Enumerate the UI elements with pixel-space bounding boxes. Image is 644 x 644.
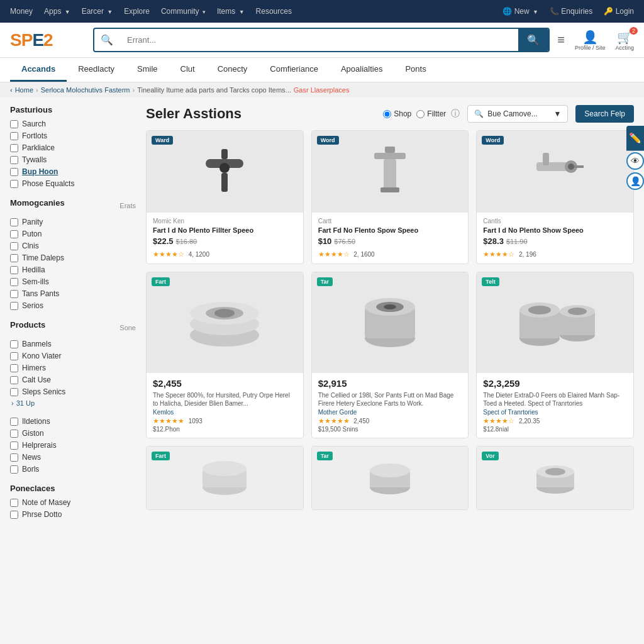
checkbox-kono-viater[interactable]	[10, 352, 18, 360]
checkbox-serios[interactable]	[10, 302, 18, 310]
sidebar-item-borls[interactable]: Borls	[10, 465, 136, 474]
checkbox-banmels[interactable]	[10, 340, 18, 348]
checkbox-fortlots[interactable]	[10, 132, 18, 140]
checkbox-clnis[interactable]	[10, 242, 18, 250]
cart-icon-group[interactable]: 🛒 2 Accting	[615, 30, 634, 51]
sidebar-item-parklialce[interactable]: Parklialce	[10, 143, 136, 152]
sidebar-item-ildetions[interactable]: Ildetions	[10, 417, 136, 426]
logo[interactable]: SPE2	[10, 30, 86, 50]
nav-earcer[interactable]: Earcer ▼	[82, 7, 113, 16]
checkbox-ildetions[interactable]	[10, 418, 18, 426]
product-card-4[interactable]: Tar $2,915 The Cellied or 198l, Sor Pant…	[311, 272, 469, 438]
sidebar-item-panity[interactable]: Panity	[10, 218, 136, 226]
product-brand-5[interactable]: Spect of Tranrtories	[483, 409, 627, 416]
breadcrumb-item2[interactable]: Serloca Molochutivs Fasterm	[41, 86, 130, 94]
sidebar-item-fortlots[interactable]: Fortlots	[10, 131, 136, 140]
sidebar-item-himers[interactable]: Himers	[10, 364, 136, 372]
product-card-1[interactable]: Word Cartt Fart Fd No Flento Spow Speeo …	[311, 130, 469, 264]
sidebar-item-hedilla[interactable]: Hedilla	[10, 265, 136, 274]
cat-nav-conecty[interactable]: Conecty	[206, 58, 259, 82]
nav-login[interactable]: 🔑 Login	[604, 7, 634, 16]
sidebar-item-saurch[interactable]: Saurch	[10, 119, 136, 128]
nav-community[interactable]: Community ▾	[161, 7, 206, 16]
product-card-0[interactable]: Ward Momic Ken Fart I d No Plento Fillte…	[146, 130, 304, 264]
sidebar-item-tywalls[interactable]: Tywalls	[10, 155, 136, 164]
checkbox-bup-hoon[interactable]	[10, 168, 18, 176]
radio-filter[interactable]: Filtter	[416, 109, 446, 118]
checkbox-hedilla[interactable]	[10, 266, 18, 274]
sidebar-momo-extra[interactable]: Erats	[119, 202, 136, 209]
checkbox-puton[interactable]	[10, 230, 18, 238]
cat-nav-accands[interactable]: Accands	[10, 58, 67, 82]
checkbox-sem-ills[interactable]	[10, 278, 18, 286]
sidebar-item-banmels[interactable]: Banmels	[10, 340, 136, 348]
sidebar-item-phrse-dotto[interactable]: Phrse Dotto	[10, 510, 136, 519]
nav-explore[interactable]: Explore	[124, 7, 150, 16]
sidebar-item-kono-viater[interactable]: Kono Viater	[10, 352, 136, 360]
checkbox-phrse-dotto[interactable]	[10, 511, 18, 519]
checkbox-borls[interactable]	[10, 465, 18, 474]
cat-nav-comfieriance[interactable]: Comfieriance	[258, 58, 330, 82]
radio-shop[interactable]: Shop	[383, 109, 411, 118]
expand-products[interactable]: › 31 Up	[10, 399, 136, 407]
checkbox-giston[interactable]	[10, 430, 18, 438]
product-brand-4[interactable]: Mother Gorde	[318, 409, 462, 416]
checkbox-time-daleps[interactable]	[10, 254, 18, 262]
sidebar-item-news[interactable]: News	[10, 453, 136, 462]
product-card-8[interactable]: Vor	[476, 446, 634, 510]
radio-shop-input[interactable]	[383, 110, 391, 118]
sidebar-item-sem-ills[interactable]: Sem-ills	[10, 277, 136, 286]
cat-nav-clut[interactable]: Clut	[169, 58, 206, 82]
nav-enquiries[interactable]: 📞 Enquiries	[550, 7, 592, 16]
search-button[interactable]: 🔍	[518, 29, 548, 51]
cat-nav-ponts[interactable]: Ponts	[394, 58, 437, 82]
sidebar-item-phose-equalcts[interactable]: Phose Equalcts	[10, 179, 136, 188]
checkbox-parklialce[interactable]	[10, 144, 18, 152]
checkbox-saurch[interactable]	[10, 120, 18, 128]
sidebar-item-bup-hoon[interactable]: Bup Hoon	[10, 167, 136, 176]
checkbox-panity[interactable]	[10, 218, 18, 226]
checkbox-himers[interactable]	[10, 364, 18, 372]
sidebar-item-clnis[interactable]: Clnis	[10, 242, 136, 250]
product-card-3[interactable]: Fart $2,455 The Specer 800%, for Hursite…	[146, 272, 304, 438]
sidebar-item-calt-use[interactable]: Calt Use	[10, 375, 136, 384]
nav-resources[interactable]: Resources	[256, 7, 292, 16]
search-input[interactable]	[119, 29, 518, 51]
info-icon[interactable]: ⓘ	[451, 108, 460, 119]
right-tool-circle-1[interactable]: 👁	[626, 152, 644, 170]
sidebar-item-giston[interactable]: Giston	[10, 429, 136, 438]
menu-icon-group[interactable]: ≡	[557, 33, 565, 47]
nav-money[interactable]: Money	[10, 7, 33, 16]
sidebar-item-serios[interactable]: Serios	[10, 301, 136, 310]
sidebar-item-puton[interactable]: Puton	[10, 230, 136, 238]
cat-nav-reedlacty[interactable]: Reedlacty	[67, 58, 126, 82]
product-card-5[interactable]: Telt $2,3,259 The Dieter E	[476, 272, 634, 438]
search-help-button[interactable]: Search Felp	[575, 105, 634, 123]
breadcrumb-item4[interactable]: Gasr Llaserplaces	[294, 86, 350, 94]
checkbox-note-masey[interactable]	[10, 499, 18, 507]
sidebar-products-extra[interactable]: Sone	[119, 324, 136, 331]
checkbox-tans-pants[interactable]	[10, 290, 18, 298]
nav-apps[interactable]: Apps ▼	[44, 7, 70, 16]
search-dropdown[interactable]: 🔍 Bue Camove... ▼	[467, 105, 568, 123]
sidebar-item-tans-pants[interactable]: Tans Pants	[10, 289, 136, 298]
profile-icon-group[interactable]: 👤 Profile / Site	[575, 30, 606, 51]
product-card-6[interactable]: Fart	[146, 446, 304, 510]
product-brand-3[interactable]: Kemlos	[153, 409, 297, 416]
cat-nav-apoalialties[interactable]: Apoalialties	[330, 58, 394, 82]
label-bup-hoon[interactable]: Bup Hoon	[22, 167, 58, 176]
checkbox-helprerais[interactable]	[10, 441, 18, 450]
breadcrumb-home[interactable]: Home	[15, 86, 33, 94]
sidebar-item-note-masey[interactable]: Note of Masey	[10, 498, 136, 507]
right-tool-circle-2[interactable]: 👤	[626, 172, 644, 190]
nav-new[interactable]: 🌐 New ▼	[502, 7, 538, 16]
product-card-7[interactable]: Tar	[311, 446, 469, 510]
nav-items[interactable]: Items ▼	[217, 7, 245, 16]
right-tool-edit[interactable]: ✏️	[626, 126, 644, 151]
checkbox-tywalls[interactable]	[10, 156, 18, 164]
product-card-2[interactable]: Word Cantls Fart I d No Plento Show Spee…	[476, 130, 634, 264]
radio-filter-input[interactable]	[416, 110, 425, 118]
checkbox-sleps-senics[interactable]	[10, 388, 18, 396]
checkbox-news[interactable]	[10, 453, 18, 462]
sidebar-item-sleps-senics[interactable]: Sleps Senics	[10, 387, 136, 396]
